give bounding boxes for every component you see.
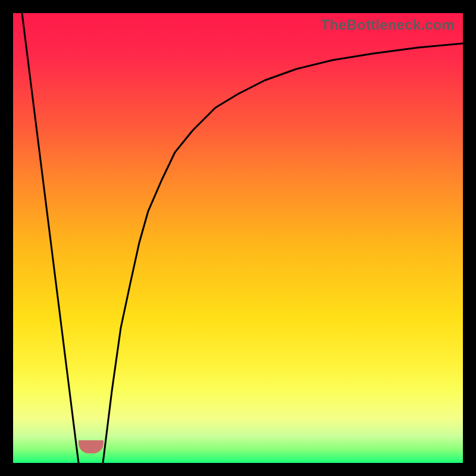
right-curve-path (103, 43, 463, 463)
chart-frame: TheBottleneck.com (0, 0, 476, 476)
plot-area: TheBottleneck.com (13, 13, 463, 463)
left-line-path (22, 13, 79, 463)
curve-layer (13, 13, 463, 463)
